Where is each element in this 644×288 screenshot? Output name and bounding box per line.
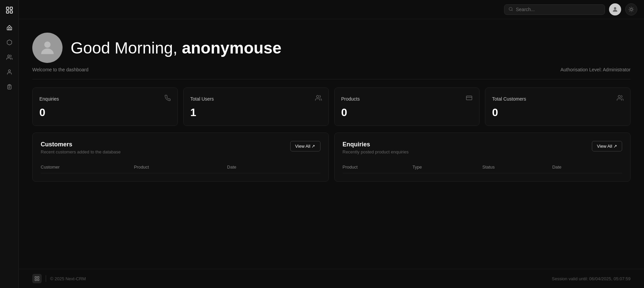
stat-card-enquiries: Enquiries 0	[32, 87, 178, 126]
users-icon	[315, 95, 322, 103]
customers-section-header: Customers Recent customers added to the …	[41, 141, 320, 154]
svg-point-21	[44, 41, 51, 48]
enquiries-section-card: Enquiries Recently posted product enquir…	[334, 133, 631, 182]
stat-value-total-users: 1	[190, 106, 322, 119]
search-input[interactable]	[516, 7, 601, 12]
svg-point-5	[8, 70, 10, 72]
sidebar-item-customers[interactable]	[3, 66, 15, 78]
welcome-subtitle: Welcome to the dashboard	[32, 67, 88, 72]
card-icon	[466, 95, 472, 103]
main-content: Good Morning, anonymouse Welcome to the …	[19, 0, 644, 288]
svg-rect-28	[35, 279, 37, 281]
stat-value-total-customers: 0	[492, 106, 623, 119]
svg-rect-26	[35, 277, 37, 278]
enquiries-col-status: Status	[482, 165, 552, 170]
svg-point-11	[614, 7, 616, 9]
svg-line-19	[630, 11, 630, 11]
theme-toggle-button[interactable]	[625, 3, 637, 15]
stat-card-total-customers: Total Customers 0	[485, 87, 631, 126]
customers-title-group: Customers Recent customers added to the …	[41, 141, 121, 154]
bottom-grid: Customers Recent customers added to the …	[32, 133, 631, 182]
svg-point-12	[630, 8, 633, 11]
welcome-heading: Good Morning, anonymouse	[71, 39, 281, 57]
footer-copyright: © 2025 Next-CRM	[50, 276, 86, 281]
sidebar-item-products[interactable]	[3, 36, 15, 48]
stat-value-products: 0	[341, 106, 473, 119]
enquiries-section-title: Enquiries	[343, 141, 409, 148]
username-text: anonymouse	[182, 39, 281, 57]
search-container	[504, 4, 605, 15]
customers-col-date: Date	[227, 165, 320, 170]
stat-label-products: Products	[341, 96, 360, 102]
svg-rect-1	[10, 7, 12, 9]
customers-section-title: Customers	[41, 141, 121, 148]
welcome-subline: Welcome to the dashboard Authorisation L…	[32, 67, 631, 79]
stat-value-enquiries: 0	[39, 106, 171, 119]
stat-label-enquiries: Enquiries	[39, 96, 59, 102]
svg-rect-2	[6, 11, 9, 13]
svg-point-25	[618, 96, 620, 98]
stats-grid: Enquiries 0 Total Users	[32, 87, 631, 126]
phone-icon	[164, 95, 171, 103]
footer-divider	[46, 275, 46, 282]
enquiries-col-type: Type	[412, 165, 482, 170]
enquiries-table-header: Product Type Status Date	[343, 161, 622, 173]
sidebar-item-enquiries[interactable]	[3, 81, 15, 93]
page-content: Good Morning, anonymouse Welcome to the …	[19, 19, 644, 269]
stat-card-header-products: Products	[341, 95, 473, 103]
svg-rect-23	[466, 96, 472, 100]
user-group-icon	[617, 95, 623, 103]
customers-col-customer: Customer	[41, 165, 134, 170]
greeting-text: Good Morning,	[71, 39, 182, 57]
stat-card-products: Products 0	[334, 87, 480, 126]
stat-card-header-total-customers: Total Customers	[492, 95, 623, 103]
sidebar	[0, 0, 19, 288]
svg-line-16	[633, 11, 633, 11]
svg-point-22	[316, 96, 319, 98]
stat-card-header-enquiries: Enquiries	[39, 95, 171, 103]
customers-section-card: Customers Recent customers added to the …	[32, 133, 329, 182]
svg-line-10	[512, 10, 513, 11]
auth-level-text: Authorisation Level: Administrator	[560, 67, 631, 72]
user-avatar-large	[32, 33, 63, 63]
footer: © 2025 Next-CRM Session valid until: 06/…	[19, 269, 644, 288]
enquiries-col-date: Date	[552, 165, 622, 170]
footer-logo	[32, 274, 42, 283]
session-info: Session valid until: 06/04/2025, 05:07:5…	[552, 276, 631, 281]
sidebar-item-home[interactable]	[3, 22, 15, 34]
svg-rect-27	[37, 277, 39, 278]
svg-rect-29	[37, 279, 39, 281]
svg-rect-6	[8, 84, 10, 85]
svg-line-20	[633, 8, 633, 8]
svg-rect-0	[6, 7, 9, 9]
enquiries-section-header: Enquiries Recently posted product enquir…	[343, 141, 622, 154]
stat-label-total-customers: Total Customers	[492, 96, 526, 102]
topbar	[19, 0, 644, 19]
sidebar-logo[interactable]	[3, 4, 15, 16]
customers-col-product: Product	[134, 165, 227, 170]
footer-left: © 2025 Next-CRM	[32, 274, 86, 283]
user-avatar-button[interactable]	[609, 3, 621, 15]
customers-table-header: Customer Product Date	[41, 161, 320, 173]
welcome-section: Good Morning, anonymouse	[32, 33, 631, 63]
customers-section-subtitle: Recent customers added to the database	[41, 149, 121, 154]
svg-point-4	[7, 55, 9, 57]
enquiries-view-all-button[interactable]: View All ↗	[592, 141, 622, 151]
sidebar-item-users[interactable]	[3, 51, 15, 63]
enquiries-section-subtitle: Recently posted product enquiries	[343, 149, 409, 154]
stat-label-total-users: Total Users	[190, 96, 214, 102]
svg-line-15	[630, 8, 630, 8]
stat-card-total-users: Total Users 1	[183, 87, 329, 126]
stat-card-header-total-users: Total Users	[190, 95, 322, 103]
customers-view-all-button[interactable]: View All ↗	[290, 141, 320, 151]
svg-rect-3	[10, 11, 12, 13]
enquiries-col-product: Product	[343, 165, 413, 170]
search-icon	[508, 7, 513, 12]
enquiries-title-group: Enquiries Recently posted product enquir…	[343, 141, 409, 154]
